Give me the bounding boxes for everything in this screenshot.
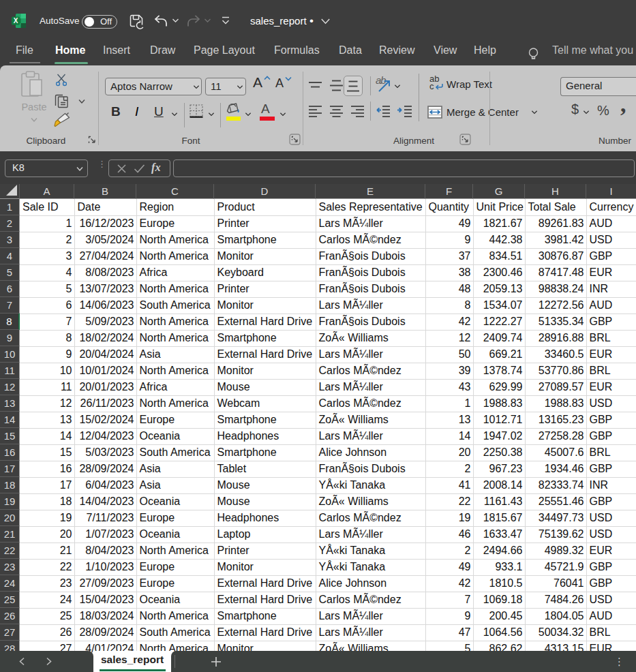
svg-text:X: X bbox=[14, 17, 18, 25]
